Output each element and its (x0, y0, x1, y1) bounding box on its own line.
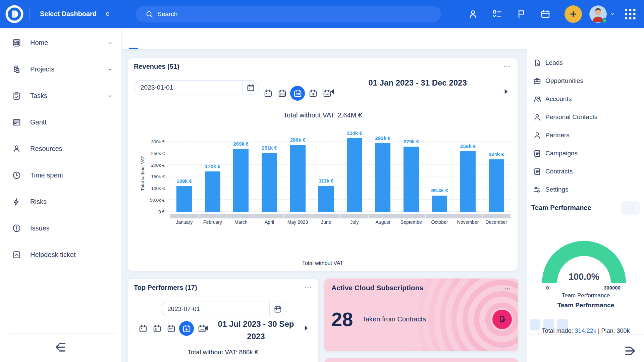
quick-add-button[interactable] (565, 5, 582, 23)
crm-item-label: Leads (545, 59, 563, 66)
crm-item-label: Accounts (545, 95, 572, 103)
date-calendar-button[interactable] (242, 81, 259, 95)
month-calendar-icon (293, 89, 302, 98)
team-performance-menu-button[interactable] (621, 201, 640, 215)
axis-band-segment[interactable] (199, 214, 227, 218)
sidebar-item-issues[interactable]: Issues (0, 215, 121, 242)
crm-item-label: Partners (545, 132, 570, 139)
sidebar-item-resources[interactable]: Resources (0, 136, 121, 162)
axis-band-segment[interactable] (397, 214, 426, 218)
previous-period-button[interactable] (202, 324, 211, 332)
axis-band-segment[interactable] (341, 214, 369, 218)
date-calendar-button[interactable] (269, 302, 286, 316)
contracts-action-button[interactable] (492, 310, 512, 329)
total-made-link[interactable]: 314.22k (575, 327, 596, 334)
crm-item-partners[interactable]: Partners (527, 126, 644, 144)
revenue-bar (262, 153, 277, 212)
axis-band-segment[interactable] (454, 214, 483, 218)
flag-button[interactable] (516, 9, 526, 19)
user-menu-button[interactable] (468, 9, 478, 19)
axis-band-segment[interactable] (483, 214, 511, 218)
crm-item-settings[interactable]: Settings (527, 180, 644, 199)
axis-band-segment[interactable] (369, 214, 397, 218)
crm-item-label: Opportunities (545, 77, 583, 85)
bar-value-label: 269k € (233, 141, 249, 147)
axis-band-segment[interactable] (312, 214, 341, 218)
scale-week-button[interactable] (151, 322, 163, 334)
panel-menu-button[interactable] (502, 63, 512, 70)
crm-item-accounts[interactable]: Accounts (527, 90, 644, 108)
sidebar-item-icon (12, 144, 21, 153)
bar-slot: 69.4k € (425, 135, 454, 212)
next-period-button[interactable] (501, 87, 510, 96)
sidebar-item-gantt[interactable]: Gantt (0, 109, 121, 136)
sidebar-item-time-spent[interactable]: Time spent (0, 162, 121, 189)
crm-item-opportunities[interactable]: Opportunities (527, 72, 644, 90)
scale-quarter-button[interactable] (307, 87, 319, 99)
calendar-button[interactable] (540, 9, 550, 19)
plus-icon (569, 10, 578, 18)
axis-band-segment[interactable] (170, 214, 199, 218)
sidebar-item-projects[interactable]: Projects (0, 56, 121, 83)
scale-month-button[interactable] (290, 86, 305, 101)
crm-nav: Leads Opportunities Accounts Personal Co… (527, 28, 644, 199)
scale-day-button[interactable] (137, 322, 149, 334)
bar-value-label: 224k € (489, 151, 504, 157)
subscriptions-count: 28 (331, 308, 353, 330)
next-period-button[interactable] (302, 324, 310, 332)
collapse-right-sidebar-button[interactable] (624, 344, 637, 358)
chart-x-axis-labels: JanuaryFebruaryMarchAprilMay 2023JuneJul… (170, 219, 511, 225)
crm-item-icon (533, 59, 541, 67)
axis-band-segment[interactable] (426, 214, 454, 218)
sidebar-item-icon (12, 250, 21, 259)
tasks-checklist-button[interactable] (492, 9, 502, 19)
crm-item-leads[interactable]: Leads (527, 54, 644, 72)
panel-menu-button[interactable] (303, 284, 313, 291)
crm-item-personal-contacts[interactable]: Personal Contacts (527, 108, 644, 126)
profile-menu[interactable] (589, 5, 615, 23)
revenue-bars: 109k €172k €269k €251k €286k €111k €314k… (170, 135, 511, 212)
search-input[interactable]: Search (136, 6, 441, 22)
revenue-bar (176, 186, 192, 212)
sidebar-item-icon (12, 224, 21, 233)
date-picker-group: 2023-07-01 (161, 302, 286, 316)
sidebar-item-home[interactable]: Home (0, 30, 121, 56)
axis-band-segment[interactable] (284, 214, 312, 218)
previous-period-button[interactable] (328, 87, 337, 96)
sidebar-item-icon (12, 197, 21, 206)
bar-value-label: 293k € (375, 135, 390, 141)
chart-axis-scrollbar[interactable] (170, 214, 511, 218)
left-sidebar: Home Projects Tasks Gantt Resources (0, 28, 122, 362)
scale-week-button[interactable] (276, 87, 288, 99)
scale-day-button[interactable] (262, 87, 274, 99)
gauge-min-label: 0 (546, 285, 549, 291)
sidebar-item-icon (12, 118, 21, 127)
sidebar-item-risks[interactable]: Risks (0, 189, 121, 215)
crm-item-campaigns[interactable]: Campaigns (527, 144, 644, 162)
apps-grid-button[interactable] (623, 7, 637, 21)
dashboard-select-label: Select Dashboard (40, 10, 97, 18)
revenue-bar (375, 143, 390, 212)
date-picker-group: 2023-01-01 (134, 80, 259, 95)
sidebar-item-label: Home (30, 39, 48, 47)
dashboard-select[interactable]: Select Dashboard (40, 10, 111, 18)
axis-band-segment[interactable] (227, 214, 256, 218)
day-calendar-icon (264, 89, 273, 98)
collapse-sidebar-button[interactable] (54, 341, 67, 354)
crm-item-contracts[interactable]: Contracts (527, 162, 644, 180)
x-axis-label: January (170, 219, 199, 225)
sidebar-item-tasks[interactable]: Tasks (0, 83, 121, 109)
panel-divider (128, 75, 518, 75)
day-calendar-icon (139, 324, 148, 333)
scale-quarter-button[interactable] (179, 321, 194, 336)
date-input[interactable]: 2023-01-01 (134, 81, 242, 95)
axis-band-segment[interactable] (255, 214, 284, 218)
date-input[interactable]: 2023-07-01 (161, 302, 269, 316)
subscriptions-subtitle: Taken from Contracts (362, 315, 426, 323)
scale-month-button[interactable] (165, 322, 177, 334)
panel-menu-button[interactable] (503, 285, 512, 293)
bar-value-label: 258k € (460, 143, 476, 149)
sidebar-item-helpdesk-ticket[interactable]: Helpdesk ticket (0, 242, 121, 268)
bar-value-label: 111k € (319, 178, 333, 184)
revenue-chart-plot: 109k €172k €269k €251k €286k €111k €314k… (170, 135, 511, 212)
